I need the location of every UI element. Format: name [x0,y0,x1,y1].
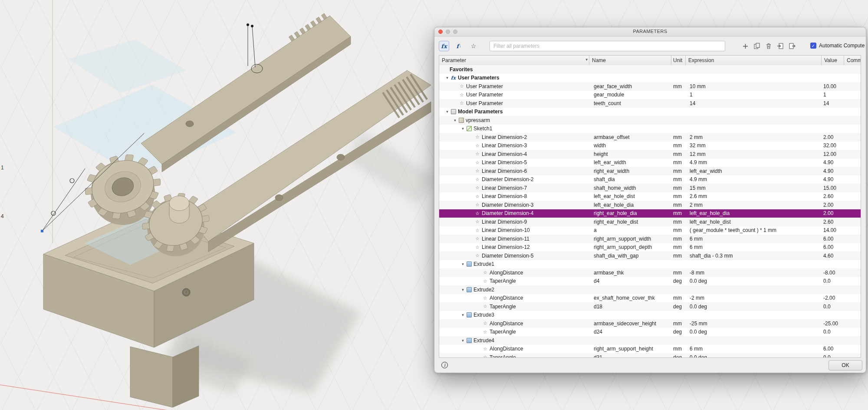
param-row[interactable]: ☆Linear Dimension-11right_arm_support_wi… [439,235,861,243]
tree-node-row[interactable]: ▾vpressarm [439,116,861,125]
param-row[interactable]: ☆TaperAngled31deg0.0 deg0.0 [439,353,861,357]
dialog-titlebar[interactable]: PARAMETERS [434,27,866,36]
export-parameters-icon[interactable] [788,42,796,50]
info-icon[interactable]: i [441,362,448,368]
cell-parameter: ☆AlongDistance [439,295,589,301]
tree-node-row[interactable]: ▾fxUser Parameters [439,74,861,83]
automatic-compute-toggle[interactable]: ✓ Automatic Compute [810,43,865,49]
parameters-dialog: PARAMETERS fx f↓ ☆ ✓ Automatic Compute [434,27,866,373]
param-row[interactable]: ☆Linear Dimension-8left_ear_hole_distmm2… [439,192,861,201]
delete-parameter-icon[interactable] [764,42,773,50]
favorite-star-icon[interactable]: ☆ [483,321,490,326]
param-row[interactable]: ☆Linear Dimension-12right_arm_support_de… [439,243,861,252]
param-row[interactable]: ☆AlongDistancearmbase_thkmm-8 mm-8.00 [439,268,861,277]
duplicate-parameter-icon[interactable] [753,42,761,50]
param-row[interactable]: ☆AlongDistanceex_shaft_home_cover_thkmm-… [439,294,861,303]
favorite-star-icon[interactable]: ☆ [475,151,482,157]
param-row[interactable]: ☆Diameter Dimension-3left_ear_hole_diamm… [439,201,861,209]
fx-sort-button[interactable]: f↓ [454,41,464,51]
cell-parameter: ☆Diameter Dimension-2 [439,176,589,182]
favorite-star-icon[interactable]: ☆ [475,177,482,182]
favorite-star-icon[interactable]: ☆ [475,211,482,216]
param-row[interactable]: ☆Linear Dimension-3widthmm32 mm32.00 [439,142,861,150]
favorite-star-icon[interactable]: ☆ [483,270,490,275]
favorite-star-icon[interactable]: ☆ [475,160,482,165]
column-header-value[interactable]: Value [822,56,844,65]
favorite-star-icon[interactable]: ☆ [475,236,482,241]
tree-node-row[interactable]: ▾Extrude2 [439,285,861,294]
disclosure-triangle[interactable]: ▾ [460,313,466,317]
param-row[interactable]: ☆TaperAngled24deg0.0 deg0.0 [439,328,861,337]
column-header-expression[interactable]: Expression [686,56,822,65]
favorite-star-icon[interactable]: ☆ [483,278,490,284]
param-row[interactable]: ☆Diameter Dimension-2shaft_diamm4.9 mm4.… [439,175,861,184]
param-row[interactable]: ☆User Parametergear_module11 [439,91,861,99]
fx-user-parameter-button[interactable]: fx [439,41,449,51]
favorite-star-icon[interactable]: ☆ [475,134,482,140]
cell-parameter: ☆TaperAngle [439,304,589,310]
column-header-parameter[interactable]: Parameter ▾ [439,56,589,65]
import-parameters-icon[interactable] [776,42,785,50]
tree-node-row[interactable]: ▾Extrude1 [439,260,861,269]
disclosure-triangle[interactable]: ▾ [460,288,466,292]
favorite-star-icon[interactable]: ☆ [475,168,482,174]
param-row[interactable]: ☆User Parametergear_face_widthmm10 mm10.… [439,82,861,91]
tree-node-row[interactable]: ▾Extrude3 [439,311,861,320]
favorite-star-icon[interactable]: ☆ [475,143,482,149]
favorite-star-icon[interactable]: ☆ [475,228,482,233]
favorite-star-icon[interactable]: ☆ [475,245,482,250]
favorite-star-icon[interactable]: ☆ [475,202,482,208]
favorite-star-icon[interactable]: ☆ [483,346,490,352]
disclosure-triangle[interactable]: ▾ [444,76,450,80]
column-header-name[interactable]: Name [589,56,671,65]
tree-node-row[interactable]: ▾Model Parameters [439,108,861,116]
favorite-star-icon[interactable]: ☆ [460,100,466,106]
cell-name: left_ear_width [589,159,671,165]
disclosure-triangle[interactable]: ▾ [452,118,458,122]
favorite-star-icon[interactable]: ☆ [460,83,466,89]
param-row[interactable]: ☆Linear Dimension-6right_ear_widthmmleft… [439,167,861,175]
param-row[interactable]: ☆AlongDistancearmbase_sidecover_heightmm… [439,319,861,328]
param-row[interactable]: ☆Linear Dimension-9right_ear_hole_distmm… [439,218,861,226]
param-row[interactable]: ☆Linear Dimension-7shaft_home_widthmm15 … [439,184,861,192]
param-row[interactable]: ☆AlongDistanceright_arm_support_heightmm… [439,345,861,354]
favorite-star-icon[interactable]: ☆ [475,253,482,258]
section-row[interactable]: Favorites [439,65,861,74]
disclosure-triangle[interactable]: ▾ [444,109,450,114]
column-header-unit[interactable]: Unit [671,56,686,65]
favorite-star-icon[interactable]: ☆ [483,329,490,335]
tree-node-row[interactable]: ▾Sketch1 [439,125,861,133]
chevron-down-icon[interactable]: ▾ [585,57,588,62]
ok-button[interactable]: OK [829,360,862,370]
star-icon: ☆ [471,43,477,50]
cell-parameter: ▾Sketch1 [439,126,589,132]
automatic-compute-checkbox[interactable]: ✓ [810,43,816,49]
row-label: Linear Dimension-8 [482,193,527,199]
param-row[interactable]: ☆Linear Dimension-10amm( gear_module * t… [439,226,861,235]
favorite-star-icon[interactable]: ☆ [483,304,490,309]
column-header-comment[interactable]: Comment [844,56,861,65]
add-parameter-icon[interactable] [741,42,750,50]
param-row[interactable]: ☆Linear Dimension-4heightmm12 mm12.00 [439,150,861,159]
favorite-star-icon[interactable]: ☆ [460,92,466,98]
favorite-star-icon[interactable]: ☆ [483,295,490,301]
param-row[interactable]: ☆User Parameterteeth_count1414 [439,99,861,108]
favorites-filter-button[interactable]: ☆ [468,41,479,51]
disclosure-triangle[interactable]: ▾ [460,338,466,343]
disclosure-triangle[interactable]: ▾ [460,126,466,131]
favorite-star-icon[interactable]: ☆ [475,219,482,225]
favorite-star-icon[interactable]: ☆ [475,185,482,191]
param-row[interactable]: ☆Diameter Dimension-4right_ear_hole_diam… [439,209,861,218]
row-label: Linear Dimension-9 [482,219,527,225]
tree-node-row[interactable]: ▾Extrude4 [439,336,861,345]
filter-input[interactable] [490,41,725,51]
param-row[interactable]: ☆Linear Dimension-2armbase_offsetmm2 mm2… [439,133,861,142]
favorite-star-icon[interactable]: ☆ [483,354,490,357]
favorite-star-icon[interactable]: ☆ [475,194,482,199]
param-row[interactable]: ☆TaperAngled4deg0.0 deg0.0 [439,277,861,286]
cell-value: 0.0 [822,329,844,335]
param-row[interactable]: ☆TaperAngled18deg0.0 deg0.0 [439,302,861,311]
disclosure-triangle[interactable]: ▾ [460,262,466,266]
param-row[interactable]: ☆Diameter Dimension-5shaft_dia_with_gapm… [439,251,861,260]
param-row[interactable]: ☆Linear Dimension-5left_ear_widthmm4.9 m… [439,159,861,167]
